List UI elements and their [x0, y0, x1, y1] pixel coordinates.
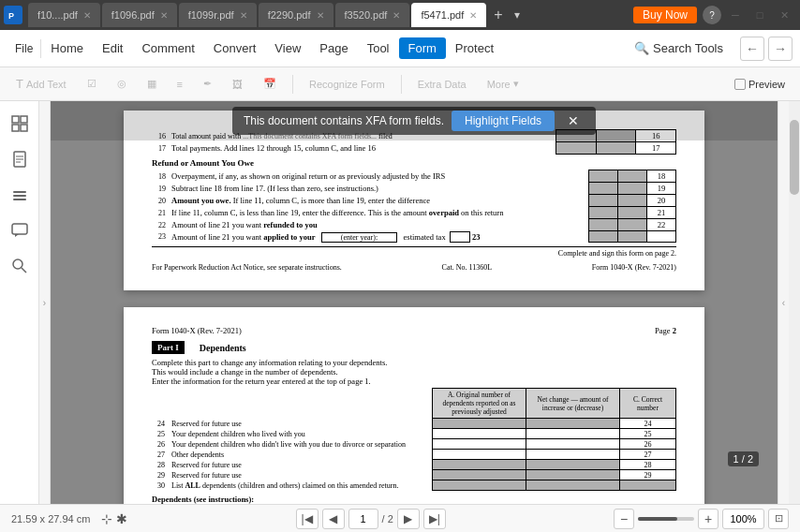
col-a [588, 183, 617, 195]
svg-marker-14 [15, 234, 19, 237]
right-sidebar-expand[interactable]: ‹ [778, 101, 789, 504]
highlight-fields-button[interactable]: Highlight Fields [452, 111, 555, 131]
tab-close-icon[interactable]: ✕ [83, 10, 91, 21]
search-icon: 🔍 [634, 41, 649, 55]
menu-home[interactable]: Home [41, 37, 93, 59]
table-row: 17 Total payments. Add lines 12 through … [152, 142, 676, 155]
close-button[interactable]: ✕ [772, 3, 796, 27]
new-tab-button[interactable]: + [488, 7, 508, 23]
add-text-button[interactable]: T Add Text [7, 73, 75, 95]
th-desc [169, 389, 433, 419]
menu-edit[interactable]: Edit [93, 37, 132, 59]
tab-f2290[interactable]: f2290.pdf ✕ [259, 3, 333, 27]
scrollbar-thumb[interactable] [790, 120, 799, 195]
zoom-in-button[interactable]: + [698, 509, 719, 529]
table-row: 20 Amount you owe. If line 11, column C,… [152, 195, 676, 207]
last-page-button[interactable]: ▶| [423, 509, 446, 529]
svg-text:P: P [8, 11, 14, 21]
recognize-form-button[interactable]: Recognize Form [301, 75, 393, 94]
tab-close-icon[interactable]: ✕ [317, 10, 324, 21]
more-label: More [487, 79, 511, 90]
nav-back-button[interactable]: ← [740, 37, 764, 61]
tab-f1096[interactable]: f1096.pdf ✕ [102, 3, 177, 27]
page-navigation: |◀ ◀ / 2 ▶ ▶| [296, 509, 446, 529]
page-counter-text: 1 / 2 [733, 453, 753, 465]
row-label: Reserved for future use [169, 419, 433, 429]
row-number: 20 [152, 195, 169, 207]
table-row: 25 Your dependent children who lived wit… [152, 429, 676, 439]
tab-f3520[interactable]: f3520.pdf ✕ [335, 3, 410, 27]
sidebar-bookmark-icon[interactable] [5, 144, 35, 174]
menu-form[interactable]: Form [399, 37, 446, 59]
col-b [526, 429, 620, 439]
tab-close-icon[interactable]: ✕ [240, 10, 247, 21]
tool-btn-7[interactable]: 📅 [255, 74, 285, 94]
th-blank [152, 389, 169, 419]
menu-convert[interactable]: Convert [204, 37, 266, 59]
row-label: Subtract line 18 from line 17. (If less … [169, 183, 588, 195]
col-c: 29 [620, 470, 676, 480]
col-c: 27 [620, 450, 676, 460]
search-tools-button[interactable]: 🔍 Search Tools [625, 37, 733, 59]
th-col-b: Net change — amount of increase or (decr… [526, 389, 620, 419]
tab-label: f1099r.pdf [188, 9, 234, 21]
row-label: List ALL dependents (children and others… [169, 480, 433, 491]
tab-close-icon[interactable]: ✕ [160, 10, 168, 21]
vertical-scrollbar[interactable] [789, 101, 800, 504]
list-icon: ≡ [177, 79, 183, 90]
col-b [617, 195, 646, 207]
refund-section-title: Refund or Amount You Owe [152, 158, 676, 168]
tab-label: f2290.pdf [268, 9, 311, 21]
tool-btn-1[interactable]: ☑ [79, 74, 105, 94]
tool-btn-4[interactable]: ≡ [169, 75, 191, 94]
sidebar-comment-icon[interactable] [5, 215, 35, 245]
maximize-button[interactable]: □ [748, 3, 772, 27]
menu-file[interactable]: File [7, 30, 40, 66]
sidebar-thumbs-icon[interactable] [5, 109, 35, 139]
extra-data-button[interactable]: Extra Data [409, 75, 475, 94]
part1-header-row: Part I Dependents [152, 341, 676, 354]
more-button[interactable]: More ▾ [479, 74, 527, 94]
menu-page[interactable]: Page [310, 37, 357, 59]
tool-btn-3[interactable]: ▦ [139, 74, 165, 94]
tab-close-icon[interactable]: ✕ [393, 10, 400, 21]
xfa-notification-banner: This document contains XFA form fields. … [51, 101, 778, 140]
sidebar-layers-icon[interactable] [5, 180, 35, 210]
zoom-slider[interactable] [638, 517, 694, 521]
svg-rect-3 [21, 116, 27, 123]
col-a [588, 219, 617, 231]
tab-label: f1096.pdf [111, 9, 155, 21]
tab-f10[interactable]: f10....pdf ✕ [28, 3, 100, 27]
xfa-message-text: This document contains XFA form fields. [244, 114, 444, 127]
row-label: Your dependent children who didn't live … [169, 439, 433, 450]
buy-now-button[interactable]: Buy Now [633, 7, 697, 23]
tab-f1099r[interactable]: f1099r.pdf ✕ [179, 3, 257, 27]
menu-tool[interactable]: Tool [358, 37, 399, 59]
sidebar-expand-button[interactable]: › [39, 101, 51, 504]
tab-close-icon[interactable]: ✕ [469, 10, 477, 21]
pdf-scroll-area[interactable]: 16 Total amount paid with ...This docume… [51, 101, 778, 504]
col-c: 26 [620, 439, 676, 450]
tab-f5471[interactable]: f5471.pdf ✕ [411, 3, 486, 27]
page-number-input[interactable] [348, 509, 378, 529]
tab-overflow-button[interactable]: ▾ [511, 8, 524, 22]
zoom-out-button[interactable]: − [614, 509, 634, 529]
nav-forward-button[interactable]: → [768, 37, 793, 61]
first-page-button[interactable]: |◀ [296, 509, 319, 529]
sidebar-search-icon[interactable] [5, 251, 35, 281]
preview-button[interactable]: Preview [727, 76, 793, 93]
prev-page-button[interactable]: ◀ [322, 509, 345, 529]
tool-btn-6[interactable]: 🖼 [224, 75, 251, 94]
minimize-button[interactable]: ─ [723, 3, 748, 27]
help-icon[interactable]: ? [703, 6, 721, 24]
menu-protect[interactable]: Protect [446, 37, 503, 59]
tool-btn-5[interactable]: ✒ [195, 74, 220, 94]
menu-view[interactable]: View [265, 37, 310, 59]
zoom-level-input[interactable] [722, 509, 764, 529]
xfa-close-button[interactable]: ✕ [562, 111, 585, 130]
tool-btn-2[interactable]: ◎ [109, 74, 135, 94]
next-page-button[interactable]: ▶ [397, 509, 420, 529]
toolbar: T Add Text ☑ ◎ ▦ ≡ ✒ 🖼 📅 Recognize Form … [0, 67, 800, 101]
menu-comment[interactable]: Comment [132, 37, 203, 59]
fit-page-button[interactable]: ⊡ [768, 509, 789, 529]
